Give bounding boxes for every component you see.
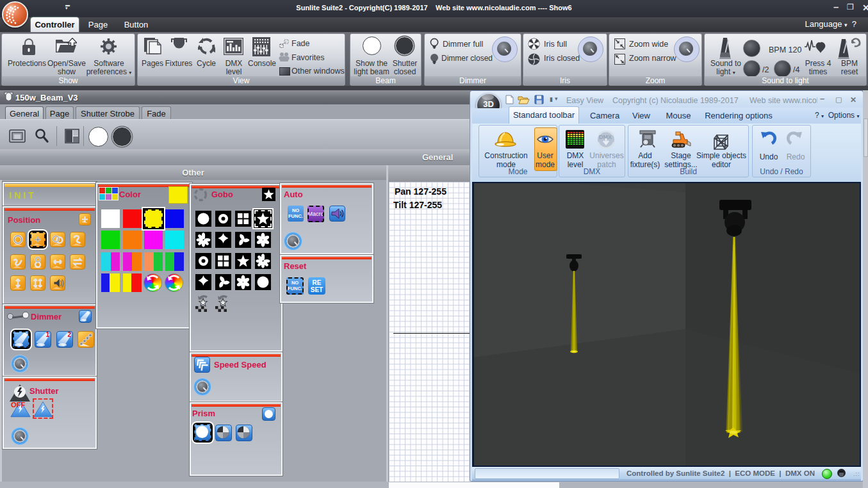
svg-text:OFF: OFF (11, 401, 26, 409)
